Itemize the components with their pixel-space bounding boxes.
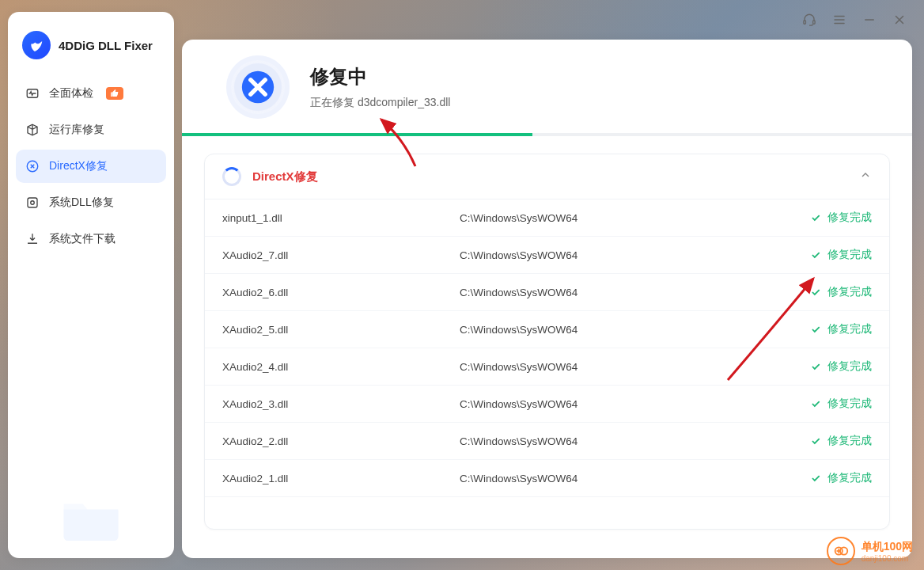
status-prefix: 正在修复 — [310, 96, 358, 108]
repair-panel: DirectX修复 xinput1_1.dllC:\Windows\SysWOW… — [204, 154, 890, 530]
svg-point-14 — [840, 547, 847, 554]
table-row: XAudio2_4.dllC:\Windows\SysWOW64修复完成 — [205, 348, 889, 386]
file-path: C:\Windows\SysWOW64 — [460, 398, 777, 410]
app-title: 4DDiG DLL Fixer — [59, 39, 153, 52]
close-circle-icon — [25, 159, 40, 173]
table-row: xinput1_1.dllC:\Windows\SysWOW64修复完成 — [205, 200, 889, 237]
row-status: 修复完成 — [777, 434, 872, 448]
thumbs-up-badge — [106, 87, 123, 100]
cube-icon — [25, 196, 40, 210]
row-status-label: 修复完成 — [827, 397, 872, 411]
table-row: XAudio2_2.dllC:\Windows\SysWOW64修复完成 — [205, 423, 889, 460]
file-name: XAudio2_7.dll — [222, 249, 460, 261]
status-texts: 修复中 正在修复 d3dcompiler_33.dll — [310, 64, 450, 110]
sidebar-item-label: DirectX修复 — [49, 159, 108, 173]
chevron-up-icon[interactable] — [859, 169, 872, 184]
file-path: C:\Windows\SysWOW64 — [460, 361, 777, 373]
svg-rect-0 — [804, 21, 806, 25]
check-icon — [810, 287, 821, 298]
file-path: C:\Windows\SysWOW64 — [460, 287, 777, 298]
svg-point-11 — [31, 201, 35, 205]
sidebar-item-directx-fix[interactable]: DirectX修复 — [16, 150, 166, 183]
table-row: XAudio2_3.dllC:\Windows\SysWOW64修复完成 — [205, 386, 889, 423]
file-name: XAudio2_1.dll — [222, 473, 460, 484]
row-status-label: 修复完成 — [827, 359, 872, 374]
progress-fill — [182, 133, 532, 136]
row-status-label: 修复完成 — [827, 322, 872, 336]
sidebar: 4DDiG DLL Fixer 全面体检 运行库修复 DirectX修复 系统D… — [8, 12, 174, 558]
main-panel: 修复中 正在修复 d3dcompiler_33.dll DirectX修复 xi… — [182, 40, 912, 558]
file-name: XAudio2_5.dll — [222, 324, 460, 336]
table-row: XAudio2_6.dllC:\Windows\SysWOW64修复完成 — [205, 274, 889, 311]
sidebar-nav: 全面体检 运行库修复 DirectX修复 系统DLL修复 系统文件下载 — [16, 77, 166, 256]
brand-logo — [22, 31, 51, 59]
check-icon — [810, 324, 821, 335]
sidebar-item-full-scan[interactable]: 全面体检 — [16, 77, 166, 110]
progress-bar — [182, 133, 912, 136]
status-title: 修复中 — [310, 64, 450, 89]
check-icon — [810, 361, 821, 372]
table-row: XAudio2_7.dllC:\Windows\SysWOW64修复完成 — [205, 237, 889, 274]
row-status-label: 修复完成 — [827, 471, 872, 485]
sidebar-folder-decoration — [16, 488, 166, 544]
sidebar-item-runtime-fix[interactable]: 运行库修复 — [16, 113, 166, 146]
support-headset-icon[interactable] — [801, 11, 818, 28]
file-path: C:\Windows\SysWOW64 — [460, 324, 777, 336]
status-subtitle: 正在修复 d3dcompiler_33.dll — [310, 96, 450, 110]
row-status: 修复完成 — [777, 211, 872, 225]
row-status: 修复完成 — [777, 248, 872, 262]
close-button[interactable] — [891, 11, 908, 28]
package-icon — [25, 123, 40, 137]
sidebar-item-label: 系统文件下载 — [49, 232, 116, 246]
status-current-file: d3dcompiler_33.dll — [358, 96, 451, 108]
watermark: 单机100网 danji100.com — [827, 537, 913, 565]
file-name: xinput1_1.dll — [222, 212, 460, 224]
table-row: XAudio2_1.dllC:\Windows\SysWOW64修复完成 — [205, 460, 889, 497]
row-status: 修复完成 — [777, 285, 872, 299]
spinner-icon — [222, 167, 241, 186]
row-status: 修复完成 — [777, 359, 872, 374]
row-status: 修复完成 — [777, 397, 872, 411]
watermark-url: danji100.com — [862, 554, 913, 563]
minimize-button[interactable] — [861, 11, 878, 28]
row-status-label: 修复完成 — [827, 211, 872, 225]
sidebar-item-system-file-download[interactable]: 系统文件下载 — [16, 222, 166, 256]
check-icon — [810, 249, 821, 260]
table-row: XAudio2_5.dllC:\Windows\SysWOW64修复完成 — [205, 311, 889, 348]
file-name: XAudio2_4.dll — [222, 361, 460, 373]
sidebar-item-label: 运行库修复 — [49, 123, 104, 137]
row-status: 修复完成 — [777, 322, 872, 336]
repair-panel-title: DirectX修复 — [252, 169, 318, 184]
file-path: C:\Windows\SysWOW64 — [460, 212, 777, 224]
watermark-logo — [827, 537, 855, 565]
check-icon — [810, 398, 821, 409]
repair-rows[interactable]: xinput1_1.dllC:\Windows\SysWOW64修复完成XAud… — [205, 200, 889, 529]
brand: 4DDiG DLL Fixer — [16, 31, 166, 77]
sidebar-item-label: 系统DLL修复 — [49, 196, 114, 210]
svg-rect-1 — [813, 21, 816, 25]
app-window: 4DDiG DLL Fixer 全面体检 运行库修复 DirectX修复 系统D… — [0, 0, 924, 570]
file-name: XAudio2_2.dll — [222, 435, 460, 447]
check-icon — [810, 473, 821, 484]
sidebar-item-label: 全面体检 — [49, 86, 93, 101]
file-path: C:\Windows\SysWOW64 — [460, 249, 777, 261]
directx-status-icon — [226, 55, 290, 119]
watermark-brand: 单机100网 — [862, 540, 913, 553]
sidebar-item-system-dll-fix[interactable]: 系统DLL修复 — [16, 186, 166, 219]
file-name: XAudio2_3.dll — [222, 398, 460, 410]
check-icon — [810, 435, 821, 446]
download-icon — [25, 232, 40, 246]
row-status-label: 修复完成 — [827, 248, 872, 262]
file-path: C:\Windows\SysWOW64 — [460, 435, 777, 447]
status-header: 修复中 正在修复 d3dcompiler_33.dll — [182, 40, 912, 133]
file-path: C:\Windows\SysWOW64 — [460, 473, 777, 484]
check-icon — [810, 212, 821, 223]
row-status-label: 修复完成 — [827, 285, 872, 299]
heartbeat-icon — [25, 86, 40, 101]
row-status: 修复完成 — [777, 471, 872, 485]
svg-rect-10 — [28, 198, 37, 207]
repair-panel-header[interactable]: DirectX修复 — [205, 154, 889, 200]
file-name: XAudio2_6.dll — [222, 287, 460, 298]
row-status-label: 修复完成 — [827, 434, 872, 448]
menu-icon[interactable] — [831, 11, 848, 28]
